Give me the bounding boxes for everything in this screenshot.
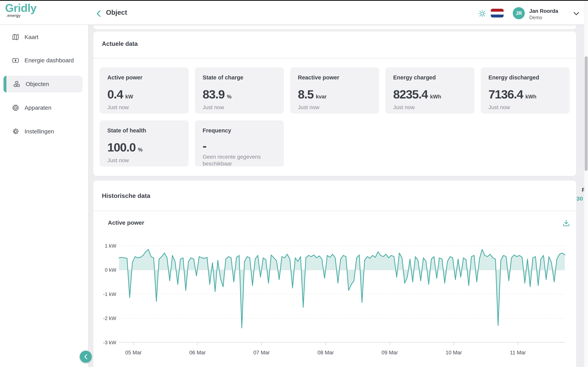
tile-caption: Just now [107, 104, 173, 111]
language-flag-netherlands[interactable] [491, 9, 504, 17]
svg-text:1 kW: 1 kW [105, 243, 116, 249]
theme-toggle-button[interactable] [478, 9, 486, 18]
tile-unit: % [138, 147, 143, 153]
svg-text:10 Mar: 10 Mar [446, 350, 462, 356]
brand-suffix: .energy [6, 13, 87, 18]
tile-unit: kWh [430, 94, 441, 100]
brand-logo[interactable]: Gridly .energy [5, 2, 87, 24]
chart-title: Active power [108, 219, 144, 226]
sidebar-item-label: Instellingen [25, 128, 54, 135]
tile-title: Frequency [203, 127, 276, 134]
svg-text:-1 kW: -1 kW [103, 291, 116, 297]
scrollbar-track[interactable] [584, 1, 588, 367]
cpu-chip-icon [12, 104, 19, 111]
tile-value: 7136.4 [488, 87, 523, 101]
tile-active-power: Active power 0.4kW Just now [100, 67, 189, 114]
svg-text:05 Mar: 05 Mar [125, 350, 142, 356]
tile-caption: Just now [393, 104, 459, 111]
tile-caption: Just now [298, 104, 364, 111]
user-menu-button[interactable] [572, 10, 580, 17]
chevron-down-icon [572, 10, 580, 17]
tile-state-of-charge: State of charge 83.9% Just now [195, 67, 284, 114]
sidebar-item-kaart[interactable]: Kaart [3, 29, 82, 45]
svg-text:08 Mar: 08 Mar [318, 350, 334, 356]
svg-text:11 Mar: 11 Mar [510, 350, 526, 356]
tile-unit: kvar [316, 94, 327, 100]
tile-caption: Just now [107, 157, 173, 164]
tile-title: Active power [107, 74, 181, 81]
tile-frequency: Frequency - Geen recente gegevens beschi… [195, 120, 284, 167]
flag-stripe-white [491, 12, 504, 15]
tile-energy-charged: Energy charged 8235.4kWh Just now [385, 67, 475, 114]
svg-text:07 Mar: 07 Mar [253, 350, 270, 356]
sidebar-item-objecten[interactable]: Objecten [3, 76, 82, 92]
objects-boxes-icon [13, 81, 20, 88]
sidebar-item-label: Energie dashboard [25, 57, 74, 64]
sidebar-item-label: Objecten [26, 81, 49, 87]
page-title: Object [106, 8, 127, 16]
sidebar-item-apparaten[interactable]: Apparaten [3, 100, 82, 116]
tile-value: 83.9 [203, 87, 225, 101]
avatar[interactable]: JR [513, 7, 525, 19]
divider [93, 58, 576, 58]
tile-caption: Just now [488, 104, 554, 111]
tile-unit: kW [125, 94, 133, 100]
sun-icon [478, 9, 486, 18]
sidebar-item-instellingen[interactable]: Instellingen [3, 123, 82, 140]
sidebar-item-label: Apparaten [25, 104, 51, 111]
gear-icon [12, 128, 19, 135]
download-chart-button[interactable] [562, 219, 571, 227]
tile-caption: Just now [203, 104, 269, 111]
divider [93, 211, 576, 211]
brand-name: Gridly [5, 2, 87, 14]
download-icon [562, 219, 571, 227]
sidebar-collapse-button[interactable] [80, 351, 92, 363]
sidebar-item-energie-dashboard[interactable]: Energie dashboard [3, 52, 82, 69]
back-button[interactable] [95, 9, 103, 18]
map-icon [12, 33, 19, 41]
flag-stripe-blue [491, 15, 504, 17]
tile-unit: kWh [525, 94, 536, 100]
tile-title: Reactive power [298, 74, 372, 81]
sidebar: Kaart Energie dashboard Objecten Apparat… [0, 25, 88, 367]
tile-state-of-health: State of health 100.0% Just now [100, 120, 189, 167]
chart-canvas: 1 kW0 kW-1 kW-2 kW-3 kW05 Mar06 Mar07 Ma… [93, 231, 576, 367]
tile-value: 100.0 [107, 140, 136, 154]
tile-reactive-power: Reactive power 8.5kvar Just now [290, 67, 379, 114]
historical-data-card: Historische data Resolutie 30 MINUTES Pe… [93, 181, 576, 367]
chevron-left-icon [83, 353, 89, 360]
scrollbar-thumb[interactable] [585, 56, 588, 171]
tile-value: 8.5 [298, 87, 313, 101]
sidebar-item-label: Kaart [25, 34, 38, 40]
actual-data-card: Actuele data Active power 0.4kW Just now… [93, 32, 576, 176]
metric-tiles: Active power 0.4kW Just now State of cha… [100, 67, 570, 167]
svg-text:0 kW: 0 kW [105, 267, 116, 273]
tile-title: State of charge [203, 74, 276, 81]
flag-stripe-red [491, 9, 504, 12]
user-name: Jan Roorda [529, 8, 558, 14]
tile-value: - [203, 139, 206, 153]
svg-text:-3 kW: -3 kW [103, 340, 116, 345]
chevron-left-icon [95, 9, 103, 18]
tile-caption: Geen recente gegevens beschikbaar [203, 153, 269, 167]
tile-value: 8235.4 [393, 87, 428, 101]
tile-value: 0.4 [107, 87, 123, 101]
active-power-chart[interactable]: 1 kW0 kW-1 kW-2 kW-3 kW05 Mar06 Mar07 Ma… [93, 231, 576, 367]
scrolled-card-bottom [93, 26, 576, 29]
section-title-actuele-data: Actuele data [102, 40, 138, 47]
section-title-historische-data: Historische data [102, 192, 150, 200]
energy-dashboard-icon [12, 57, 19, 64]
tile-title: State of health [107, 127, 181, 134]
tile-title: Energy charged [393, 74, 467, 81]
svg-text:06 Mar: 06 Mar [189, 350, 206, 356]
svg-text:-2 kW: -2 kW [103, 315, 116, 321]
user-role: Demo [529, 15, 542, 20]
svg-text:09 Mar: 09 Mar [381, 350, 398, 356]
avatar-initials: JR [516, 10, 522, 16]
header: Gridly .energy Object JR Jan Roorda Demo [0, 1, 588, 25]
tile-title: Energy discharged [488, 74, 562, 81]
tile-unit: % [227, 94, 232, 100]
tile-energy-discharged: Energy discharged 7136.4kWh Just now [481, 67, 570, 114]
window-top-strip [0, 0, 588, 1]
